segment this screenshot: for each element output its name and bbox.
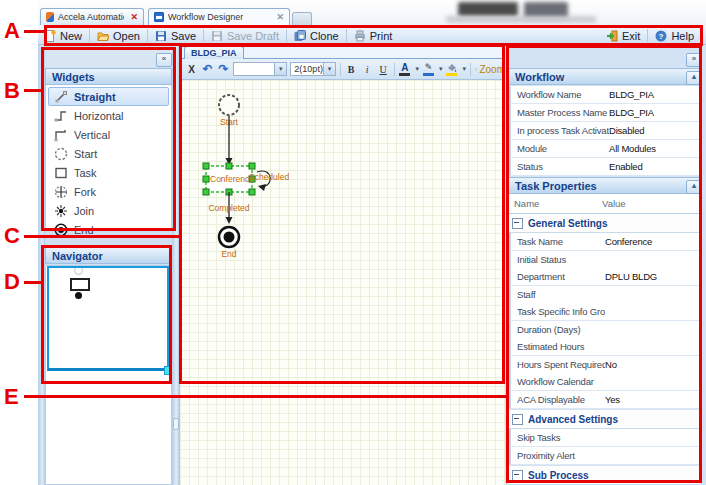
value-column-header: Value	[602, 198, 626, 209]
property-row: Task Name Conference	[508, 233, 700, 251]
annotation-letter-d: D	[4, 271, 20, 293]
property-row: Estimated Hours	[508, 338, 700, 356]
property-row: Hours Spent Required No	[508, 356, 700, 374]
arrowhead-icon	[226, 217, 233, 224]
general-settings-group[interactable]: General Settings	[508, 214, 700, 233]
italic-button[interactable]: i	[361, 62, 374, 77]
redo-icon[interactable]: ↷	[217, 62, 230, 77]
workflow-diagram: Start Conference Scheduled Completed End	[180, 80, 506, 485]
group-title: Advanced Settings	[528, 414, 618, 425]
delete-shape-button[interactable]: X	[185, 62, 198, 77]
undo-icon[interactable]: ↶	[201, 62, 214, 77]
zoom-label: Zoom	[479, 64, 505, 75]
name-column-header: Name	[514, 198, 602, 209]
widget-item-start[interactable]: Start	[48, 144, 169, 163]
diagram-start-node[interactable]	[219, 95, 239, 115]
property-value[interactable]: DPLU BLDG	[605, 271, 657, 282]
property-value[interactable]: All Modules	[609, 143, 656, 154]
toolbar-separator	[394, 63, 395, 76]
collapse-group-icon[interactable]	[512, 414, 523, 425]
exit-button[interactable]: Exit	[600, 27, 646, 44]
property-row: Staff	[508, 286, 700, 304]
fork-node-icon	[54, 185, 68, 199]
new-tab-button[interactable]	[292, 12, 312, 26]
collapse-task-properties-button[interactable]: ▴	[686, 180, 702, 194]
clone-icon	[294, 30, 306, 42]
tab-close-icon[interactable]: ✕	[276, 12, 284, 22]
property-value[interactable]: BLDG_PIA	[609, 107, 654, 118]
widget-item-join[interactable]: Join	[48, 201, 169, 220]
new-label: New	[60, 30, 82, 42]
workflow-section-header: Workflow ▴	[508, 68, 700, 85]
property-value[interactable]: Disabled	[609, 125, 644, 136]
widget-item-vertical[interactable]: Vertical	[48, 125, 169, 144]
end-node-core	[224, 232, 235, 243]
property-value[interactable]: No	[605, 359, 617, 370]
advanced-settings-group[interactable]: Advanced Settings	[508, 410, 700, 429]
widget-item-task[interactable]: Task	[48, 163, 169, 182]
widget-item-horizontal[interactable]: Horizontal	[48, 106, 169, 125]
widget-item-end[interactable]: End	[48, 220, 169, 239]
property-row: Initial Status	[508, 251, 700, 269]
property-name: ACA Displayable	[517, 394, 605, 405]
font-size-select[interactable]: 2(10pt) ▾	[290, 62, 336, 76]
new-page-icon	[44, 30, 56, 42]
vertical-connector-icon	[54, 128, 68, 142]
chevron-down-icon: ▾	[439, 65, 443, 73]
collapse-right-panel-button[interactable]: »	[686, 53, 702, 67]
open-button[interactable]: Open	[91, 27, 146, 44]
main-toolbar: New Open Save Save Draft Clone Print	[38, 26, 706, 45]
font-color-button[interactable]: A	[398, 62, 411, 77]
fill-color-swatch	[446, 73, 457, 76]
toolbar-separator	[346, 29, 347, 42]
browser-tab-workflow-designer[interactable]: Workflow Designer ✕	[148, 8, 290, 25]
line-color-button[interactable]: ✎	[422, 62, 435, 77]
save-draft-button: Save Draft	[205, 27, 285, 44]
property-name: Task Name	[517, 236, 605, 247]
collapse-group-icon[interactable]	[512, 470, 523, 481]
font-family-select[interactable]: ▾	[233, 62, 287, 76]
toolbar-separator	[89, 29, 90, 42]
left-panel-topbar	[45, 48, 172, 67]
fill-color-button[interactable]	[445, 62, 458, 77]
property-name: Master Process Name	[517, 107, 609, 118]
property-value[interactable]: Yes	[605, 394, 620, 405]
splitter-grip[interactable]	[173, 418, 179, 430]
sub-process-group[interactable]: Sub Process	[508, 466, 700, 485]
task-node-icon	[54, 166, 68, 180]
widgets-list: Straight Horizontal Vertical Start Task …	[45, 85, 172, 231]
browser-tab-workflow-title: Workflow Designer	[168, 12, 243, 22]
widget-item-fork[interactable]: Fork	[48, 182, 169, 201]
save-button[interactable]: Save	[149, 27, 202, 44]
collapse-group-icon[interactable]	[512, 218, 523, 229]
exit-label: Exit	[622, 30, 640, 42]
open-label: Open	[113, 30, 140, 42]
print-button[interactable]: Print	[348, 27, 399, 44]
property-value[interactable]: Conference	[605, 236, 652, 247]
start-node-icon	[54, 147, 68, 161]
zoom-button[interactable]: Zoom	[475, 62, 505, 77]
print-label: Print	[370, 30, 393, 42]
new-button[interactable]: New	[38, 27, 88, 44]
collapse-left-panel-button[interactable]: «	[156, 53, 172, 67]
line-color-swatch	[423, 73, 434, 76]
underline-button[interactable]: U	[377, 62, 390, 77]
help-button[interactable]: ? Help	[649, 27, 700, 44]
edge-status-label: Completed	[208, 203, 249, 213]
left-window-edge	[38, 45, 45, 485]
clone-button[interactable]: Clone	[288, 27, 345, 44]
navigator-viewport[interactable]	[47, 266, 169, 371]
annotation-letter-e: E	[4, 386, 19, 408]
widget-item-straight[interactable]: Straight	[48, 87, 169, 106]
property-value[interactable]: BLDG_PIA	[609, 89, 654, 100]
property-name: Proximity Alert	[517, 450, 605, 461]
property-row: Proximity Alert	[508, 447, 700, 465]
property-value[interactable]: Enabled	[609, 161, 642, 172]
property-name: Workflow Calendar	[517, 376, 605, 387]
tab-close-icon[interactable]: ✕	[130, 12, 138, 22]
collapse-workflow-section-button[interactable]: ▴	[686, 71, 702, 85]
canvas-tab-bldg-pia[interactable]: BLDG_PIA	[184, 46, 244, 59]
bold-button[interactable]: B	[345, 62, 358, 77]
browser-tab-accela[interactable]: Accela Automation 9 ✕	[40, 8, 144, 25]
annotation-letter-c: C	[4, 225, 20, 247]
